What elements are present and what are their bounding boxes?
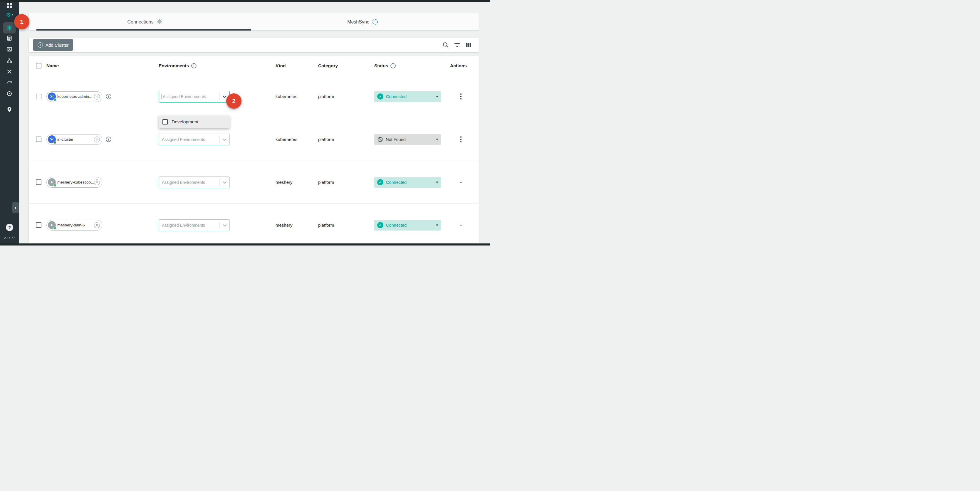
connection-name: meshery-dain-6: [56, 223, 94, 227]
help-button[interactable]: ?: [6, 224, 13, 231]
sidebar-item-service-mesh[interactable]: [0, 57, 19, 64]
remove-connection-icon[interactable]: ×: [94, 180, 100, 185]
environments-placeholder: Assigned Environments: [159, 180, 219, 185]
connection-name: meshery-kubescop...: [56, 180, 94, 184]
info-icon[interactable]: [390, 63, 396, 69]
connection-name: in-cluster: [56, 137, 94, 141]
connection-status-dot: [54, 141, 56, 144]
status-cell: Not Found ▾: [374, 134, 443, 145]
sidebar-item-dashboard[interactable]: [0, 2, 19, 8]
tab-connections-label: Connections: [127, 19, 154, 25]
connection-chip[interactable]: in-cluster ×: [46, 134, 102, 145]
status-cell: ✓ Connected ▾: [374, 177, 443, 188]
window-top-edge: [0, 0, 490, 2]
environments-placeholder: Assigned Environments: [159, 137, 219, 142]
sidebar-item-configuration[interactable]: [0, 35, 19, 41]
window-bottom-edge: [0, 243, 490, 246]
connection-name: kubernetes-admin...: [56, 94, 94, 99]
assigned-environments-select[interactable]: Assigned Environments: [159, 133, 230, 145]
table-row: meshery-dain-6 × Assigned Environments m…: [29, 204, 479, 244]
kind-cell: meshery: [275, 180, 318, 185]
row-checkbox[interactable]: [36, 94, 41, 99]
toolbar-card: + Add Cluster: [29, 38, 479, 52]
toolbar-actions: [442, 42, 472, 48]
sidebar-item-performance[interactable]: [0, 79, 19, 85]
tabs-bar: Connections MeshSync: [29, 13, 479, 30]
status-chip-connected[interactable]: ✓ Connected ▾: [374, 177, 441, 188]
plus-circle-icon: +: [38, 42, 43, 48]
remove-connection-icon[interactable]: ×: [94, 137, 100, 142]
status-chip-connected[interactable]: ✓ Connected ▾: [374, 220, 441, 230]
gear-icon: ⚙: [6, 12, 11, 17]
sidebar: ⚙ ▾: [0, 0, 19, 246]
status-chip-not-found[interactable]: Not Found ▾: [374, 134, 441, 145]
remove-connection-icon[interactable]: ×: [94, 94, 100, 100]
filter-icon[interactable]: [454, 42, 460, 48]
dropdown-option-development[interactable]: Development: [159, 116, 230, 128]
tab-connections[interactable]: Connections: [37, 13, 254, 30]
tab-meshsync[interactable]: MeshSync: [254, 13, 471, 30]
chevron-down-icon: ▾: [12, 13, 13, 16]
search-icon[interactable]: [442, 42, 449, 48]
connection-chip[interactable]: meshery-kubescop... ×: [46, 177, 102, 188]
remove-connection-icon[interactable]: ×: [94, 222, 100, 228]
select-all-checkbox[interactable]: [36, 63, 41, 68]
no-actions-dash: -: [460, 222, 462, 227]
view-columns-icon[interactable]: [465, 42, 472, 48]
clipboard-icon: [6, 35, 12, 41]
connection-chip[interactable]: meshery-dain-6 ×: [46, 220, 102, 230]
chevron-right-icon: ›: [15, 205, 16, 211]
header-actions: Actions: [443, 63, 479, 68]
row-checkbox[interactable]: [36, 222, 41, 228]
row-menu-icon[interactable]: [459, 92, 463, 101]
info-icon[interactable]: [191, 63, 197, 69]
environments-cell: Assigned Environments: [159, 176, 275, 188]
sidebar-expand-button[interactable]: ›: [12, 202, 19, 213]
row-checkbox[interactable]: [36, 137, 41, 142]
status-cell: ✓ Connected ▾: [374, 220, 443, 230]
category-cell: platform: [318, 137, 374, 142]
status-chip-connected[interactable]: ✓ Connected ▾: [374, 91, 441, 102]
block-icon: [377, 137, 383, 142]
sidebar-item-environments[interactable]: [0, 106, 19, 113]
chevron-down-icon[interactable]: [220, 222, 229, 228]
assigned-environments-select[interactable]: Assigned Environments: [159, 219, 230, 231]
ring-icon: [6, 91, 12, 97]
info-icon[interactable]: [105, 94, 111, 100]
sidebar-item-toolkit[interactable]: [0, 69, 19, 75]
tab-meshsync-label: MeshSync: [347, 19, 369, 25]
row-menu-icon[interactable]: [459, 135, 463, 144]
option-checkbox[interactable]: [162, 119, 168, 124]
table-row: meshery-kubescop... × Assigned Environme…: [29, 161, 479, 204]
kind-cell: kubernetes: [275, 94, 318, 99]
header-category: Category: [318, 63, 374, 68]
row-checkbox[interactable]: [36, 180, 41, 185]
header-name: Name: [46, 63, 159, 68]
actions-cell: [443, 92, 479, 101]
tabs-card: Connections MeshSync: [29, 13, 479, 30]
chevron-down-icon[interactable]: [220, 137, 229, 142]
add-cluster-button[interactable]: + Add Cluster: [33, 39, 73, 51]
user-card-icon: [6, 46, 12, 52]
check-circle-icon: ✓: [377, 179, 383, 185]
connection-chip[interactable]: kubernetes-admin... ×: [46, 91, 102, 102]
chevron-down-icon[interactable]: [220, 180, 229, 185]
sidebar-item-extensions[interactable]: [0, 91, 19, 97]
actions-cell: [443, 135, 479, 144]
info-icon[interactable]: [105, 136, 111, 142]
environments-cell: Assigned Environments: [159, 219, 275, 231]
caret-down-icon: ▾: [436, 223, 438, 227]
assigned-environments-select[interactable]: Assigned Environments: [159, 176, 230, 188]
name-cell: kubernetes-admin... ×: [46, 91, 159, 102]
kubernetes-avatar-icon: [48, 92, 56, 100]
table-row: kubernetes-admin... × Assigned Environme…: [29, 75, 479, 118]
walkthrough-step-badge: 1: [14, 14, 29, 29]
table-row: in-cluster × Assigned Environments: [29, 118, 479, 161]
status-cell: ✓ Connected ▾: [374, 91, 443, 102]
environments-placeholder: Assigned Environments: [162, 94, 219, 99]
kind-cell: kubernetes: [275, 137, 318, 142]
assigned-environments-select[interactable]: Assigned Environments: [159, 91, 230, 102]
sidebar-item-audiences[interactable]: [0, 46, 19, 52]
location-pin-icon: [6, 106, 12, 113]
add-cluster-label: Add Cluster: [46, 43, 68, 48]
